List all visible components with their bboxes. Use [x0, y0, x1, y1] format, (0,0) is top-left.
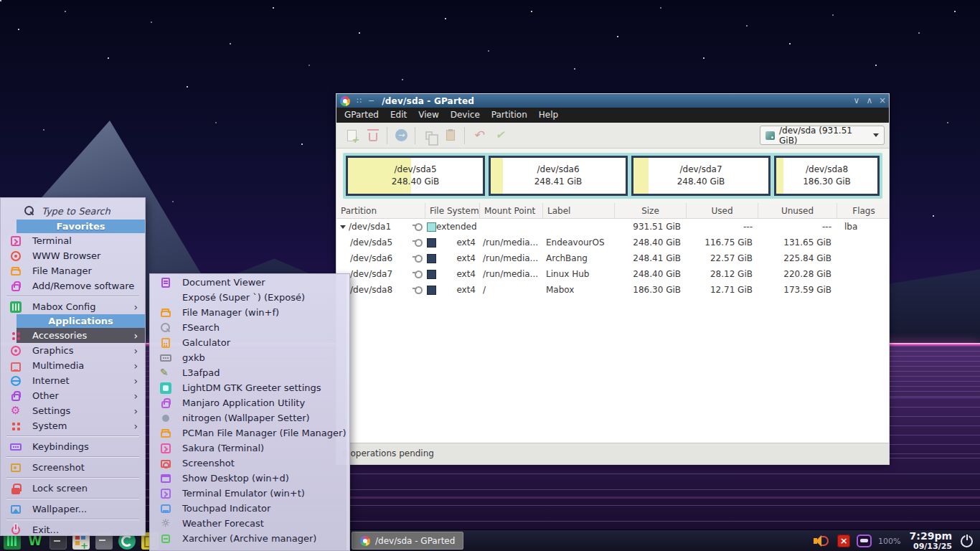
clock[interactable]: 7:29pm 09/13/25: [910, 531, 952, 550]
submenu-item-fsearch[interactable]: FSearch: [150, 320, 349, 335]
col-size[interactable]: Size: [615, 203, 687, 219]
submenu-arrow-icon: ›: [133, 421, 138, 431]
menu-item-keybindings[interactable]: Keybindings: [1, 439, 145, 454]
device-selector[interactable]: /dev/sda (931.51 GiB): [760, 126, 885, 145]
menu-partition[interactable]: Partition: [486, 108, 533, 123]
titlebar[interactable]: ∷ − /dev/sda - GParted ∨ ∧ ×: [336, 94, 889, 108]
submenu-item-galculator[interactable]: Galculator: [150, 335, 349, 350]
menu-item-terminal[interactable]: Terminal: [1, 233, 145, 248]
partition-box-sda7[interactable]: /dev/sda7 248.40 GiB: [631, 156, 771, 196]
submenu-item-label: FSearch: [182, 322, 220, 333]
menu-item-mabox-config[interactable]: Mabox Config›: [1, 299, 145, 314]
col-unused[interactable]: Unused: [758, 203, 837, 219]
key-icon: [413, 255, 423, 261]
used: ---: [687, 222, 758, 232]
new-partition-button[interactable]: [341, 126, 362, 146]
submenu-item-l3afpad[interactable]: L3afpad: [150, 365, 349, 380]
delete-partition-button[interactable]: [362, 126, 384, 146]
menu-device[interactable]: Device: [445, 108, 486, 123]
size: 248.41 GiB: [615, 253, 687, 263]
volume-icon[interactable]: [813, 534, 831, 548]
table-row[interactable]: /dev/sda1 extended 931.51 GiB --- --- lb…: [336, 219, 889, 235]
submenu-item-weather-forecast[interactable]: Weather Forecast: [150, 516, 349, 531]
gparted-app-icon[interactable]: [340, 96, 350, 106]
menu-item-accessories[interactable]: Accessories›: [1, 328, 145, 343]
submenu-arrow-icon: ›: [133, 331, 138, 341]
submenu-item-document-viewer[interactable]: Document Viewer: [150, 275, 349, 290]
paste-button[interactable]: [440, 126, 461, 146]
table-row[interactable]: /dev/sda8 ext4 / Mabox 186.30 GiB 12.71 …: [336, 282, 889, 298]
submenu-item-screenshot[interactable]: Screenshot: [150, 456, 349, 471]
menu-item-graphics[interactable]: Graphics›: [1, 343, 145, 358]
submenu-item-xarchiver[interactable]: Xarchiver (Archive manager): [150, 531, 349, 546]
menu-item-www-browser[interactable]: WWW Browser: [1, 248, 145, 263]
menu-view[interactable]: View: [413, 108, 444, 123]
menu-gparted[interactable]: GParted: [339, 108, 385, 123]
menu-item-settings[interactable]: Settings›: [1, 403, 145, 418]
undo-button[interactable]: ↶: [468, 126, 489, 146]
menu-item-screenshot[interactable]: Screenshot: [1, 460, 145, 475]
menu-item-system[interactable]: System›: [1, 418, 145, 433]
submenu-item-terminal-emulator[interactable]: Terminal Emulator (win+t): [150, 486, 349, 501]
submenu-item-nitrogen[interactable]: nitrogen (Wallpaper Setter): [150, 410, 349, 425]
menu-item-add-remove-software[interactable]: Add/Remove software: [1, 278, 145, 293]
key-icon: [413, 287, 423, 293]
maximize-button[interactable]: ∧: [863, 94, 876, 108]
partition-box-sda6[interactable]: /dev/sda6 248.41 GiB: [489, 156, 628, 196]
menu-separator: [6, 456, 139, 458]
apply-button[interactable]: ✔: [489, 126, 511, 146]
menu-item-exit[interactable]: Exit...: [1, 522, 145, 537]
copy-button[interactable]: [418, 126, 440, 146]
harddisk-icon: [765, 131, 775, 140]
partition-name: /dev/sda5: [350, 237, 392, 248]
menu-item-wallpaper[interactable]: Wallpaper...: [1, 501, 145, 517]
col-partition[interactable]: Partition: [336, 203, 425, 219]
submenu-item-label: gxkb: [182, 352, 205, 363]
task-button-gparted[interactable]: /dev/sda - GParted: [352, 532, 463, 550]
menu-item-other[interactable]: Other›: [1, 388, 145, 403]
col-flags[interactable]: Flags: [837, 203, 889, 219]
power-icon[interactable]: [961, 535, 973, 547]
partition-box-sda5[interactable]: /dev/sda5 248.40 GiB: [346, 156, 485, 196]
submenu-item-sakura[interactable]: Sakura (Terminal): [150, 441, 349, 456]
window-menu-icon[interactable]: ∷: [357, 94, 362, 108]
col-used[interactable]: Used: [687, 203, 758, 219]
submenu-item-lightdm-settings[interactable]: LightDM GTK Greeter settings: [150, 380, 349, 395]
table-row[interactable]: /dev/sda5 ext4 /run/media... EndeavourOS…: [336, 235, 889, 250]
close-button[interactable]: ×: [876, 94, 889, 108]
submenu-item-manjaro-utility[interactable]: Manjaro Application Utility: [150, 395, 349, 410]
menu-item-label: Mabox Config: [32, 301, 96, 312]
col-label[interactable]: Label: [543, 203, 615, 219]
gparted-app-icon: [360, 536, 370, 546]
minimize-button[interactable]: ∨: [850, 94, 863, 108]
resize-move-button[interactable]: →: [390, 126, 412, 146]
partition-size: 248.40 GiB: [677, 176, 725, 188]
partition-box-sda8[interactable]: /dev/sda8 186.30 GiB: [774, 156, 880, 196]
table-row[interactable]: /dev/sda6 ext4 /run/media... ArchBang 24…: [336, 250, 889, 266]
menu-help[interactable]: Help: [533, 108, 564, 123]
menu-item-lock-screen[interactable]: Lock screen: [1, 481, 145, 496]
submenu-item-pcman[interactable]: PCMan File Manager (File Manager): [150, 425, 349, 441]
menu-search[interactable]: Type to Search: [1, 202, 145, 220]
chat-tray-icon[interactable]: [857, 534, 872, 547]
submenu-item-touchpad-indicator[interactable]: Touchpad Indicator: [150, 501, 349, 516]
submenu-item-gxkb[interactable]: gxkb: [150, 350, 349, 365]
col-mountpoint[interactable]: Mount Point: [480, 203, 543, 219]
offline-x-icon[interactable]: ×: [837, 534, 850, 547]
menu-item-internet[interactable]: Internet›: [1, 373, 145, 388]
menu-item-multimedia[interactable]: Multimedia›: [1, 358, 145, 373]
floor-glow: [0, 496, 980, 499]
window-shade-icon[interactable]: −: [368, 94, 374, 108]
submenu-item-file-manager[interactable]: File Manager (win+f): [150, 305, 349, 320]
submenu-item-expose[interactable]: Exposé (Super `) (Exposé): [150, 290, 349, 305]
table-row[interactable]: /dev/sda7 ext4 /run/media... Linux Hub 2…: [336, 266, 889, 282]
expander-triangle-icon[interactable]: [340, 225, 346, 229]
menu-edit[interactable]: Edit: [385, 108, 413, 123]
submenu-item-show-desktop[interactable]: Show Desktop (win+d): [150, 471, 349, 486]
wallpaper-icon: [10, 504, 22, 515]
menu-item-file-manager[interactable]: File Manager: [1, 263, 145, 278]
menu-item-label: WWW Browser: [32, 250, 100, 261]
menubar: GParted Edit View Device Partition Help: [336, 108, 889, 123]
table-header[interactable]: Partition File System Mount Point Label …: [336, 203, 889, 219]
col-filesystem[interactable]: File System: [425, 203, 480, 219]
